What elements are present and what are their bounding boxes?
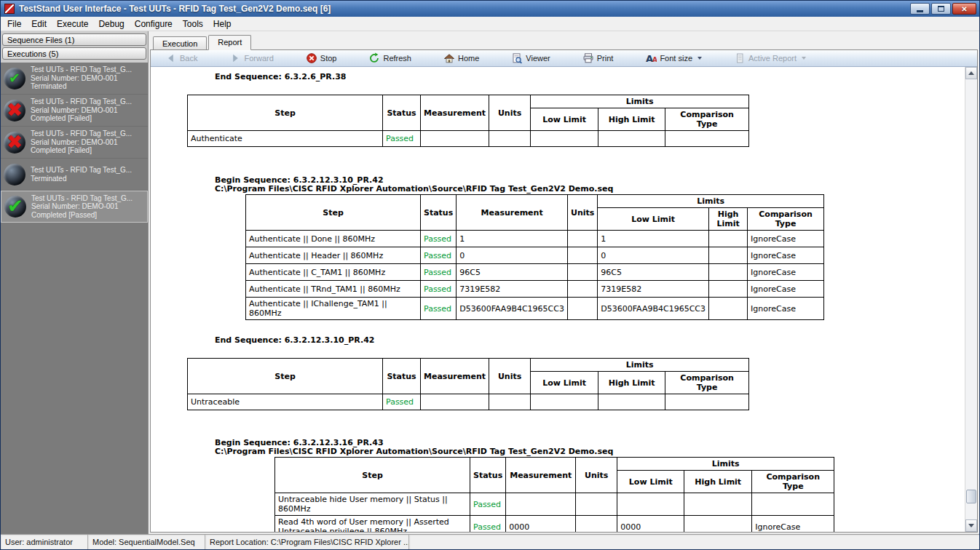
status-cell: Passed	[383, 394, 421, 410]
section-heading: Begin Sequence: 6.3.2.12.3.10_PR.42	[215, 176, 965, 184]
menu-configure[interactable]: Configure	[130, 17, 178, 31]
menu-execute[interactable]: Execute	[52, 17, 93, 31]
status-cell: Passed	[421, 247, 457, 264]
table-row: Untraceable Passed	[188, 394, 749, 410]
execution-item[interactable]: Test UUTs - RFID Tag Test_G... Terminate…	[1, 159, 148, 191]
status-cell: Passed	[470, 516, 506, 533]
comparison-cell	[665, 394, 749, 410]
refresh-button[interactable]: Refresh	[368, 52, 411, 64]
column-header: Comparison Type	[752, 471, 834, 493]
column-header: Units	[489, 359, 531, 394]
measurement-cell: 0000	[506, 516, 576, 533]
viewer-button[interactable]: Viewer	[511, 52, 550, 64]
terminated-icon	[4, 164, 25, 186]
column-header: High Limit	[709, 208, 748, 231]
vertical-scrollbar[interactable]	[965, 67, 977, 532]
close-button[interactable]: ✕	[952, 3, 976, 15]
result-table: Step Status Measurement Units Limits Low…	[245, 194, 824, 320]
execution-item[interactable]: ✔ Test UUTs - RFID Tag Test_G... Serial …	[1, 63, 148, 95]
menu-edit[interactable]: Edit	[26, 17, 52, 31]
executions-header[interactable]: Executions (5)	[2, 47, 146, 60]
execution-status: Completed [Failed]	[31, 114, 132, 123]
high-limit-cell	[684, 516, 752, 533]
title-bar[interactable]: TestStand User Interface - Test UUTs - R…	[1, 1, 979, 17]
measurement-cell: 96C5	[457, 264, 568, 281]
column-header: Comparison Type	[665, 108, 749, 131]
scroll-down-button[interactable]	[965, 519, 977, 532]
column-header: Comparison Type	[748, 208, 824, 231]
home-button[interactable]: Home	[443, 52, 479, 64]
low-limit-cell	[531, 394, 598, 410]
failed-icon: ✖	[4, 100, 25, 121]
print-icon	[582, 52, 594, 64]
execution-title: Test UUTs - RFID Tag Test_G...	[31, 97, 132, 106]
svg-text:A: A	[652, 56, 657, 63]
measurement-cell	[506, 493, 576, 516]
low-limit-cell	[617, 493, 684, 516]
high-limit-cell	[709, 231, 748, 247]
menu-debug[interactable]: Debug	[93, 17, 129, 31]
viewer-icon	[511, 52, 523, 64]
comparison-cell: IgnoreCase	[748, 281, 824, 298]
scroll-up-button[interactable]	[965, 67, 977, 79]
active-report-button[interactable]: Active Report	[734, 52, 806, 64]
status-cell: Passed	[470, 493, 506, 516]
column-header: High Limit	[598, 108, 665, 131]
status-user: User: administrator	[1, 535, 88, 549]
tab-execution[interactable]: Execution	[153, 36, 207, 49]
column-header: High Limit	[684, 471, 752, 493]
menu-tools[interactable]: Tools	[178, 17, 208, 31]
comparison-cell: IgnoreCase	[748, 247, 824, 264]
font-size-button[interactable]: A A Font size	[645, 52, 702, 64]
column-header: Low Limit	[598, 208, 709, 231]
execution-status: Completed [Passed]	[31, 211, 133, 220]
print-button[interactable]: Print	[582, 52, 614, 64]
low-limit-cell	[531, 131, 598, 147]
scrollbar-track[interactable]	[965, 79, 977, 519]
step-cell: Authenticate || TRnd_TAM1 || 860MHz	[246, 281, 421, 298]
active-report-icon	[734, 52, 746, 64]
units-cell	[567, 298, 597, 320]
report-toolbar: Back Forward Stop	[151, 50, 977, 67]
status-cell: Passed	[421, 298, 457, 320]
column-header: Step	[188, 95, 383, 131]
sidebar-section-headers: Sequence Files (1) Executions (5)	[1, 31, 148, 63]
minimize-button[interactable]	[910, 3, 930, 15]
failed-icon: ✖	[4, 132, 25, 154]
forward-button[interactable]: Forward	[229, 52, 273, 64]
maximize-button[interactable]	[931, 3, 951, 15]
column-header: Status	[470, 458, 506, 493]
column-header: Measurement	[506, 458, 576, 493]
tab-report[interactable]: Report	[208, 35, 251, 50]
status-cell: Passed	[383, 131, 421, 147]
menu-help[interactable]: Help	[208, 17, 237, 31]
menu-file[interactable]: File	[2, 17, 26, 31]
execution-status: Terminated	[31, 82, 132, 91]
execution-item[interactable]: ✖ Test UUTs - RFID Tag Test_G... Serial …	[1, 127, 148, 159]
step-cell: Authenticate || C_TAM1 || 860MHz	[246, 264, 421, 281]
measurement-cell	[421, 131, 489, 147]
execution-title: Test UUTs - RFID Tag Test_G...	[31, 65, 132, 74]
units-cell	[567, 264, 597, 281]
step-cell: Authenticate || IChallenge_TAM1 || 860MH…	[246, 298, 421, 320]
step-cell: Untraceable	[188, 394, 383, 410]
sequence-files-header[interactable]: Sequence Files (1)	[2, 33, 146, 46]
section-heading: End Sequence: 6.3.2.6_PR.38	[215, 73, 965, 81]
back-button[interactable]: Back	[165, 52, 197, 64]
execution-item[interactable]: ✖ Test UUTs - RFID Tag Test_G... Serial …	[1, 95, 148, 127]
section-heading: End Sequence: 6.3.2.12.3.10_PR.42	[215, 336, 965, 344]
result-table: Step Status Measurement Units Limits Low…	[187, 95, 749, 147]
units-cell	[576, 516, 617, 533]
report-view: End Sequence: 6.3.2.6_PR.38 Step Status …	[151, 67, 965, 532]
execution-item-selected[interactable]: ✔ Test UUTs - RFID Tag Test_G... Serial …	[1, 191, 148, 223]
units-cell	[489, 131, 531, 147]
low-limit-cell: 0	[598, 247, 709, 264]
column-header: Limits	[531, 359, 749, 372]
low-limit-cell: 0000	[617, 516, 684, 533]
app-body: Sequence Files (1) Executions (5) ✔ Test…	[1, 31, 979, 534]
chevron-down-icon	[802, 57, 806, 60]
scrollbar-thumb[interactable]	[966, 490, 976, 503]
stop-button[interactable]: Stop	[306, 52, 337, 64]
column-header: Units	[576, 458, 617, 493]
low-limit-cell: 1	[598, 231, 709, 247]
